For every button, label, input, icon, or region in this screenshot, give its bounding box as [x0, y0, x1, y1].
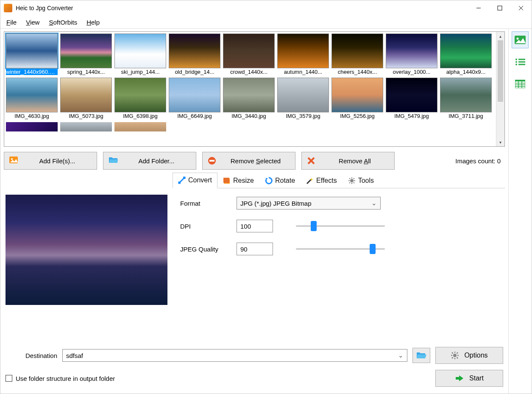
minimize-button[interactable] — [468, 0, 489, 16]
menu-softorbits[interactable]: SoftOrbits — [45, 17, 81, 28]
thumb-label: autumn_1440... — [284, 69, 322, 75]
thumb-image-partial[interactable] — [6, 122, 58, 131]
thumb-image — [223, 34, 275, 68]
scroll-down-button[interactable]: ▾ — [496, 138, 504, 146]
thumb-image — [223, 78, 275, 112]
thumb-item[interactable]: IMG_3579.jpg — [277, 78, 329, 119]
browse-button[interactable] — [412, 348, 430, 363]
thumb-image — [277, 78, 329, 112]
chevron-down-icon: ⌄ — [371, 199, 377, 207]
use-folder-structure-checkbox[interactable]: Use folder structure in output folder — [6, 375, 115, 382]
dpi-input[interactable]: 100 — [237, 220, 273, 232]
thumb-image — [440, 78, 492, 112]
svg-rect-35 — [518, 59, 525, 60]
preview-image — [6, 195, 167, 305]
thumb-item[interactable]: crowd_1440x... — [223, 34, 275, 75]
scroll-up-button[interactable]: ▴ — [496, 32, 504, 40]
destination-dropdown[interactable]: sdfsaf ⌄ — [62, 349, 407, 362]
thumb-image — [60, 34, 112, 68]
thumb-item[interactable]: IMG_5256.jpg — [331, 78, 383, 119]
tab-rotate[interactable]: Rotate — [259, 173, 301, 188]
tab-resize[interactable]: Resize — [217, 173, 259, 188]
view-details-button[interactable] — [512, 75, 529, 92]
thumb-item[interactable]: IMG_6649.jpg — [169, 78, 220, 119]
svg-point-32 — [515, 59, 517, 60]
thumb-label: crowd_1440x... — [230, 69, 267, 75]
view-list-button[interactable] — [512, 53, 529, 70]
tab-tools[interactable]: Tools — [343, 173, 379, 188]
add-folder-button[interactable]: Add Folder... — [103, 152, 196, 170]
scroll-handle[interactable] — [498, 40, 503, 102]
thumb-label: winter_1440x960.heic — [6, 69, 58, 75]
thumb-label: ski_jump_144... — [121, 69, 159, 75]
thumb-image — [169, 34, 220, 68]
thumb-item[interactable]: IMG_5073.jpg — [60, 78, 112, 119]
thumb-item[interactable]: IMG_6398.jpg — [114, 78, 166, 119]
thumb-item[interactable]: ski_jump_144... — [114, 34, 166, 75]
close-button[interactable] — [510, 0, 532, 16]
slider-thumb[interactable] — [370, 244, 376, 254]
options-button[interactable]: Options — [435, 347, 503, 364]
thumb-image — [440, 34, 492, 68]
menu-bar: File View SoftOrbits Help — [0, 16, 532, 28]
remove-all-button[interactable]: Remove All — [301, 152, 395, 170]
thumb-item[interactable]: spring_1440x... — [60, 34, 112, 75]
thumb-item[interactable]: overlay_1000... — [386, 34, 437, 75]
remove-selected-button[interactable]: Remove Selected — [202, 152, 295, 170]
svg-point-33 — [515, 61, 517, 63]
maximize-button[interactable] — [489, 0, 510, 16]
slider-thumb[interactable] — [311, 221, 317, 231]
gallery-scrollbar[interactable]: ▴ ▾ — [496, 32, 504, 146]
menu-file[interactable]: File — [2, 17, 21, 28]
details-view-icon — [515, 80, 525, 88]
svg-line-19 — [349, 182, 350, 183]
settings-tabs: Convert Resize Rotate Effects — [173, 172, 505, 188]
svg-line-26 — [452, 352, 453, 354]
chevron-down-icon: ⌄ — [398, 352, 404, 359]
thumb-label: old_bridge_14... — [175, 69, 214, 75]
image-icon — [9, 156, 18, 165]
dpi-slider[interactable] — [296, 220, 385, 232]
add-files-button[interactable]: Add File(s)... — [4, 152, 97, 170]
svg-line-18 — [354, 182, 354, 183]
folder-icon — [109, 156, 117, 165]
thumb-item[interactable]: IMG_5479.jpg — [386, 78, 437, 119]
effects-icon — [306, 177, 314, 184]
svg-rect-7 — [209, 160, 214, 162]
menu-help[interactable]: Help — [82, 17, 104, 28]
thumb-label: spring_1440x... — [67, 69, 105, 75]
svg-line-20 — [354, 178, 354, 179]
thumb-item[interactable]: old_bridge_14... — [169, 34, 220, 75]
tab-effects[interactable]: Effects — [301, 173, 343, 188]
thumb-item[interactable]: IMG_3440.jpg — [223, 78, 275, 119]
format-dropdown[interactable]: JPG (*.jpg) JPEG Bitmap ⌄ — [237, 197, 381, 210]
thumb-image — [6, 34, 58, 68]
view-thumbnails-button[interactable] — [512, 31, 529, 48]
thumb-item[interactable]: cheers_1440x... — [331, 34, 383, 75]
start-button[interactable]: Start — [435, 370, 503, 387]
svg-point-31 — [517, 38, 519, 40]
quality-slider[interactable] — [296, 243, 385, 255]
quality-input[interactable]: 90 — [237, 243, 273, 255]
thumb-label: IMG_3711.jpg — [448, 113, 483, 119]
thumb-item[interactable]: autumn_1440... — [277, 34, 329, 75]
thumb-item[interactable]: IMG_3711.jpg — [440, 78, 492, 119]
play-icon — [455, 374, 464, 382]
thumb-image — [114, 78, 166, 112]
thumb-item[interactable]: winter_1440x960.heic — [6, 34, 58, 75]
svg-rect-11 — [223, 178, 229, 183]
resize-icon — [223, 177, 231, 184]
thumb-item[interactable]: IMG_4630.jpg — [6, 78, 58, 119]
titlebar: Heic to Jpg Converter — [0, 0, 532, 16]
thumb-image — [331, 34, 383, 68]
thumb-image — [331, 78, 383, 112]
quality-label: JPEG Quality — [180, 246, 229, 253]
thumb-image-partial[interactable] — [60, 122, 112, 131]
thumb-image-partial[interactable] — [114, 122, 166, 131]
destination-label: Destination — [6, 352, 57, 359]
list-view-icon — [515, 58, 525, 66]
thumb-item[interactable]: alpha_1440x9... — [440, 34, 492, 75]
menu-view[interactable]: View — [22, 17, 44, 28]
format-value: JPG (*.jpg) JPEG Bitmap — [240, 200, 312, 207]
tab-convert[interactable]: Convert — [173, 173, 217, 188]
